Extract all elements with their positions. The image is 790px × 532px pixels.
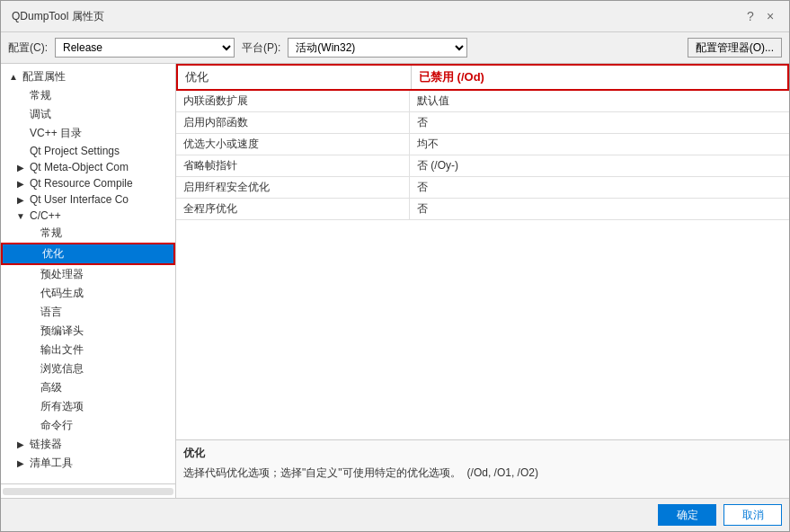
main-content: ▲ 配置属性 常规 调试 VC++ 目录 Qt Projec	[1, 64, 789, 498]
toolbar: 配置(C): Release 平台(P): 活动(Win32) 配置管理器(O)…	[1, 32, 789, 64]
prop-description: 优化 选择代码优化选项；选择"自定义"可使用特定的优化选项。 (/Od, /O1…	[176, 439, 789, 498]
prop-cell-name: 全程序优化	[176, 199, 410, 219]
config-select[interactable]: Release	[55, 38, 235, 58]
prop-desc-main: 选择代码优化选项；选择"自定义"可使用特定的优化选项。	[183, 466, 461, 479]
expand-icon: ▶	[15, 195, 26, 205]
right-panel: 优化 已禁用 (/Od) 内联函数扩展 默认值 启用内部函数 否 优选大小或速度…	[176, 64, 789, 498]
tree-item-general[interactable]: 常规	[1, 86, 175, 105]
tree-item-qt-meta[interactable]: ▶ Qt Meta-Object Com	[1, 159, 175, 175]
tree-item-output[interactable]: 输出文件	[1, 341, 175, 359]
prop-cell-value: 否	[410, 112, 789, 133]
tree-item-label: 清单工具	[30, 456, 73, 471]
tree-item-qt-ui[interactable]: ▶ Qt User Interface Co	[1, 191, 175, 208]
cancel-button[interactable]: 取消	[723, 504, 782, 526]
prop-cell-value: 否 (/Oy-)	[410, 155, 789, 176]
prop-cell-name: 启用纤程安全优化	[176, 177, 410, 198]
prop-cell-value: 均不	[410, 134, 789, 155]
tree-item-label: 常规	[30, 88, 51, 103]
tree-item-label: Qt Project Settings	[30, 145, 120, 157]
prop-desc-text: 选择代码优化选项；选择"自定义"可使用特定的优化选项。 (/Od, /O1, /…	[183, 465, 782, 481]
prop-row-intrinsic[interactable]: 启用内部函数 否	[176, 112, 789, 134]
help-button[interactable]: ?	[742, 8, 759, 24]
tree-item-label: 预处理器	[40, 267, 84, 282]
tree-item-label: VC++ 目录	[30, 126, 82, 141]
tree-item-advanced[interactable]: 高级	[1, 378, 175, 397]
tree-item-label: 语言	[40, 305, 62, 320]
tree-item-label: 预编译头	[40, 324, 84, 339]
prop-cell-name: 内联函数扩展	[176, 91, 410, 111]
tree-item-manifest[interactable]: ▶ 清单工具	[1, 454, 175, 473]
tree-item-label: 浏览信息	[40, 361, 84, 377]
prop-table-header: 优化 已禁用 (/Od)	[176, 64, 789, 91]
prop-cell-value: 否	[410, 199, 789, 219]
prop-header-value: 已禁用 (/Od)	[412, 66, 787, 89]
tree-item-label: 输出文件	[40, 342, 84, 358]
tree-item-cpp[interactable]: ▼ C/C++	[1, 208, 175, 224]
platform-select[interactable]: 活动(Win32)	[288, 38, 467, 58]
prop-cell-value: 否	[410, 177, 789, 198]
prop-cell-value: 默认值	[410, 91, 789, 111]
prop-row-fiber[interactable]: 启用纤程安全优化 否	[176, 177, 789, 199]
tree-item-qt-project[interactable]: Qt Project Settings	[1, 143, 175, 159]
expand-icon: ▶	[15, 439, 26, 449]
tree-item-cpp-general[interactable]: 常规	[1, 224, 175, 243]
tree-item-all-options[interactable]: 所有选项	[1, 397, 175, 416]
tree-item-language[interactable]: 语言	[1, 303, 175, 322]
tree-item-cpp-opt[interactable]: 优化	[1, 243, 175, 265]
properties-dialog: QDumpTool 属性页 ? × 配置(C): Release 平台(P): …	[0, 0, 790, 532]
tree-item-cmdline[interactable]: 命令行	[1, 416, 175, 435]
window-title: QDumpTool 属性页	[12, 9, 104, 24]
bottom-bar: 确定 取消	[1, 498, 789, 531]
prop-table: 优化 已禁用 (/Od) 内联函数扩展 默认值 启用内部函数 否 优选大小或速度…	[176, 64, 789, 439]
expand-icon: ▶	[15, 179, 26, 189]
expand-icon: ▶	[15, 163, 26, 173]
config-label: 配置(C):	[8, 40, 48, 56]
prop-row-favor[interactable]: 优选大小或速度 均不	[176, 134, 789, 155]
tree-item-label: 链接器	[30, 437, 62, 452]
tree-item-config-props[interactable]: ▲ 配置属性	[1, 67, 175, 86]
expand-icon: ▶	[15, 458, 26, 468]
platform-label: 平台(P):	[242, 40, 280, 56]
expand-icon: ▲	[8, 72, 19, 82]
tree-item-label: C/C++	[30, 209, 61, 222]
tree-item-codegen[interactable]: 代码生成	[1, 284, 175, 303]
tree-container[interactable]: ▲ 配置属性 常规 调试 VC++ 目录 Qt Projec	[1, 64, 175, 483]
config-manager-button[interactable]: 配置管理器(O)...	[688, 38, 782, 58]
close-button[interactable]: ×	[762, 8, 778, 24]
tree-item-label: Qt Meta-Object Com	[30, 161, 129, 173]
prop-cell-name: 优选大小或速度	[176, 134, 410, 155]
expand-icon: ▼	[15, 211, 26, 221]
left-panel: ▲ 配置属性 常规 调试 VC++ 目录 Qt Projec	[1, 64, 176, 498]
tree-item-label: 高级	[40, 380, 62, 395]
tree-item-label: Qt Resource Compile	[30, 177, 133, 190]
prop-row-frame-ptr[interactable]: 省略帧指针 否 (/Oy-)	[176, 155, 789, 177]
tree-item-vc-dirs[interactable]: VC++ 目录	[1, 124, 175, 143]
tree-item-debug[interactable]: 调试	[1, 105, 175, 124]
prop-cell-name: 省略帧指针	[176, 155, 410, 176]
prop-desc-hint: (/Od, /O1, /O2)	[467, 466, 538, 479]
prop-header-name: 优化	[178, 66, 412, 89]
ok-button[interactable]: 确定	[658, 504, 716, 526]
title-bar: QDumpTool 属性页 ? ×	[1, 1, 789, 32]
tree-item-label: 调试	[30, 107, 51, 122]
tree-item-label: 所有选项	[40, 399, 84, 414]
tree-item-preprocessor[interactable]: 预处理器	[1, 265, 175, 284]
tree-item-linker[interactable]: ▶ 链接器	[1, 435, 175, 454]
tree-item-browse[interactable]: 浏览信息	[1, 359, 175, 378]
tree-item-qt-resource[interactable]: ▶ Qt Resource Compile	[1, 175, 175, 191]
tree-scrollbar-bottom[interactable]	[1, 483, 175, 498]
title-bar-controls: ? ×	[742, 8, 778, 24]
tree-item-label: 常规	[40, 226, 62, 241]
tree-item-precomp[interactable]: 预编译头	[1, 322, 175, 341]
tree-item-label: Qt User Interface Co	[30, 193, 129, 206]
tree-item-label: 命令行	[40, 418, 73, 433]
tree-item-label: 优化	[42, 246, 64, 262]
tree-item-label: 代码生成	[40, 286, 84, 301]
prop-desc-title: 优化	[183, 446, 782, 461]
tree-item-label: 配置属性	[22, 69, 66, 84]
prop-row-inline[interactable]: 内联函数扩展 默认值	[176, 91, 789, 112]
prop-cell-name: 启用内部函数	[176, 112, 410, 133]
prop-row-whole-prog[interactable]: 全程序优化 否	[176, 199, 789, 220]
